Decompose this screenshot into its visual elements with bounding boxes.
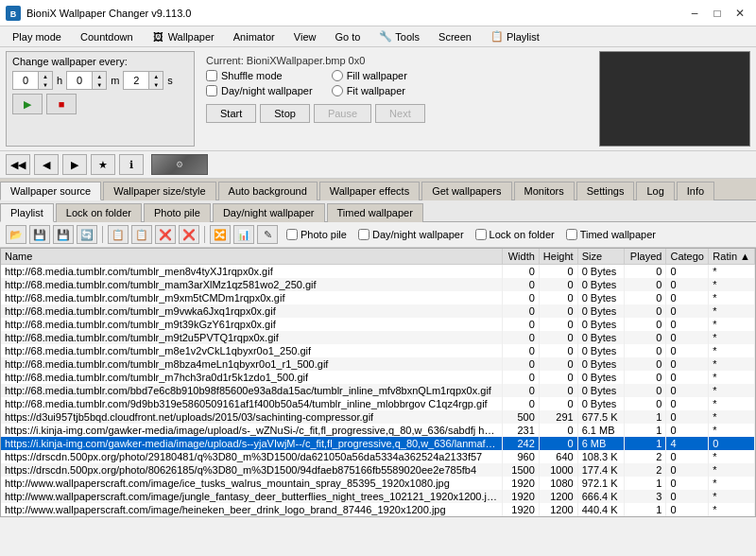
file-list-area[interactable]: Name Width Height Size Played Catego Rat… (0, 248, 756, 517)
col-header-catego[interactable]: Catego (666, 249, 709, 265)
seconds-down-button[interactable]: ▼ (149, 80, 163, 89)
save-button[interactable]: 💾 (29, 225, 50, 244)
seconds-input[interactable]: 2 (124, 72, 148, 89)
day-night-check-label-2[interactable]: Day/night wallpaper (358, 229, 464, 240)
pause-button[interactable]: Pause (314, 104, 371, 123)
table-row[interactable]: http://68.media.tumblr.com/tumblr_m9t39k… (1, 318, 755, 331)
tab-monitors[interactable]: Monitors (514, 182, 575, 200)
fit-radio-label[interactable]: Fit wallpaper (332, 85, 407, 96)
table-row[interactable]: http://68.media.tumblr.com/tumblr_m9t2u5… (1, 331, 755, 344)
menu-playlist[interactable]: 📋 Playlist (482, 27, 548, 46)
close-button[interactable]: ✕ (730, 5, 750, 22)
tab-timed-wallpaper[interactable]: Timed wallpaper (327, 203, 423, 222)
col-header-name[interactable]: Name (1, 249, 502, 265)
day-night-checkbox[interactable] (206, 85, 217, 96)
stop-small-button[interactable]: ■ (46, 94, 77, 114)
shuffle-list-button[interactable]: 🔀 (210, 225, 231, 244)
col-header-height[interactable]: Height (539, 249, 577, 265)
timed-check-label[interactable]: Timed wallpaper (566, 229, 656, 240)
minutes-down-button[interactable]: ▼ (93, 80, 106, 89)
prev-button[interactable]: ◀ (34, 154, 59, 175)
table-row[interactable]: https://i.kinja-img.com/gawker-media/ima… (1, 437, 755, 450)
col-header-rating[interactable]: Ratin ▲ (709, 249, 755, 265)
menu-screen[interactable]: Screen (430, 28, 480, 45)
stop-button[interactable]: Stop (260, 104, 310, 123)
paste-button[interactable]: 📋 (131, 225, 152, 244)
edit-button[interactable]: ✎ (257, 225, 278, 244)
hours-down-button[interactable]: ▼ (39, 80, 52, 89)
day-night-check-label[interactable]: Day/night wallpaper (206, 85, 313, 96)
open-folder-button[interactable]: 📂 (6, 225, 26, 244)
table-row[interactable]: http://68.media.tumblr.com/tumblr_m9xm5t… (1, 291, 755, 304)
start-button[interactable]: Start (206, 104, 256, 123)
menu-wallpaper[interactable]: 🖼 Wallpaper (144, 27, 223, 46)
tab-wallpaper-source[interactable]: Wallpaper source (0, 182, 101, 200)
menu-animator[interactable]: Animator (225, 28, 284, 45)
play-button[interactable]: ▶ (12, 94, 43, 114)
table-row[interactable]: http://www.wallpaperscraft.com/image/jun… (1, 490, 755, 503)
info-nav-button[interactable]: ℹ (119, 154, 144, 175)
minutes-input[interactable]: 0 (67, 72, 92, 89)
table-row[interactable]: http://68.media.tumblr.com/bbd7e6c8b910b… (1, 384, 755, 397)
tab-get-wallpapers[interactable]: Get wallpapers (421, 182, 511, 200)
next-nav-button[interactable]: ▶ (62, 154, 87, 175)
refresh-button[interactable]: 🔄 (77, 225, 97, 244)
minimize-button[interactable]: – (684, 5, 705, 22)
table-row[interactable]: https://i.kinja-img.com/gawker-media/ima… (1, 424, 755, 437)
day-night-check-2[interactable] (358, 229, 369, 240)
fill-radio[interactable] (332, 70, 343, 81)
tab-playlist[interactable]: Playlist (0, 203, 54, 222)
fit-radio[interactable] (332, 85, 343, 96)
timed-check[interactable] (566, 229, 577, 240)
menu-countdown[interactable]: Countdown (72, 28, 142, 45)
menu-goto[interactable]: Go to (326, 28, 369, 45)
tab-wallpaper-size[interactable]: Wallpaper size/style (103, 182, 215, 200)
tab-info[interactable]: Info (677, 182, 714, 200)
table-row[interactable]: http://www.wallpaperscraft.com/image/ice… (1, 477, 755, 490)
menu-tools[interactable]: 🔧 Tools (370, 27, 428, 46)
table-row[interactable]: https://d3ui957tjb5bqd.cloudfront.net/up… (1, 410, 755, 424)
table-row[interactable]: http://68.media.tumblr.com/tumblr_mam3ar… (1, 278, 755, 291)
hours-up-button[interactable]: ▲ (39, 72, 52, 80)
minutes-up-button[interactable]: ▲ (93, 72, 106, 80)
table-row[interactable]: https://drscdn.500px.org/photo/29180481/… (1, 450, 755, 463)
clear-button[interactable]: ❌ (179, 225, 199, 244)
hours-input[interactable]: 0 (13, 72, 38, 89)
prev-prev-button[interactable]: ◀◀ (6, 154, 30, 175)
lock-folder-check[interactable] (475, 229, 487, 240)
tab-photo-pile[interactable]: Photo pile (144, 203, 211, 222)
shuffle-checkbox[interactable] (206, 70, 217, 81)
tab-auto-background[interactable]: Auto background (218, 182, 318, 200)
table-row[interactable]: http://www.wallpaperscraft.com/image/hei… (1, 503, 755, 516)
table-row[interactable]: http://68.media.tumblr.com/9d9bb319e5860… (1, 397, 755, 410)
table-row[interactable]: http://68.media.tumblr.com/tumblr_m8e1v2… (1, 344, 755, 357)
col-header-width[interactable]: Width (502, 249, 539, 265)
table-row[interactable]: https://drscdn.500px.org/photo/80626185/… (1, 463, 755, 477)
col-header-played[interactable]: Played (625, 249, 666, 265)
menu-view[interactable]: View (285, 28, 325, 45)
photo-pile-check[interactable] (286, 229, 298, 240)
tab-day-night-wallpaper[interactable]: Day/night wallpaper (213, 203, 325, 222)
save-as-button[interactable]: 💾 (53, 225, 74, 244)
shuffle-check-label[interactable]: Shuffle mode (206, 70, 313, 81)
menu-play-mode[interactable]: Play mode (4, 28, 70, 45)
seconds-up-button[interactable]: ▲ (149, 72, 163, 80)
tab-settings[interactable]: Settings (576, 182, 635, 200)
photo-pile-check-label[interactable]: Photo pile (286, 229, 347, 240)
mark-button[interactable]: ★ (91, 154, 115, 175)
table-row[interactable]: http://68.media.tumblr.com/tumblr_m8bza4… (1, 357, 755, 371)
maximize-button[interactable]: □ (707, 5, 728, 22)
fill-radio-label[interactable]: Fill wallpaper (332, 70, 407, 81)
col-header-size[interactable]: Size (577, 249, 624, 265)
table-row[interactable]: http://68.media.tumblr.com/tumblr_m7hch3… (1, 371, 755, 384)
tab-wallpaper-effects[interactable]: Wallpaper effects (319, 182, 420, 200)
tab-log[interactable]: Log (636, 182, 674, 200)
copy-button[interactable]: 📋 (108, 225, 129, 244)
lock-folder-check-label[interactable]: Lock on folder (475, 229, 555, 240)
table-row[interactable]: http://68.media.tumblr.com/tumblr_m9vwka… (1, 304, 755, 318)
table-row[interactable]: http://68.media.tumblr.com/tumblr_men8v4… (1, 265, 755, 279)
delete-button[interactable]: ❌ (155, 225, 176, 244)
next-button[interactable]: Next (375, 104, 425, 123)
tab-lock-on-folder[interactable]: Lock on folder (56, 203, 142, 222)
stats-button[interactable]: 📊 (233, 225, 254, 244)
